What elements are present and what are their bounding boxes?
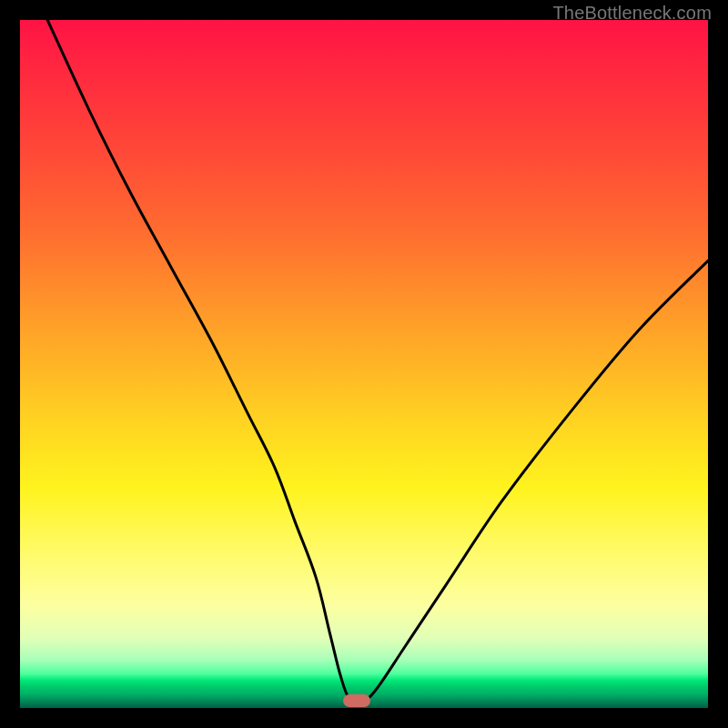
bottleneck-curve <box>20 20 708 708</box>
optimal-point-marker <box>343 694 370 707</box>
chart-frame: TheBottleneck.com <box>0 0 728 728</box>
curve-path <box>47 20 708 703</box>
plot-area <box>20 20 708 708</box>
